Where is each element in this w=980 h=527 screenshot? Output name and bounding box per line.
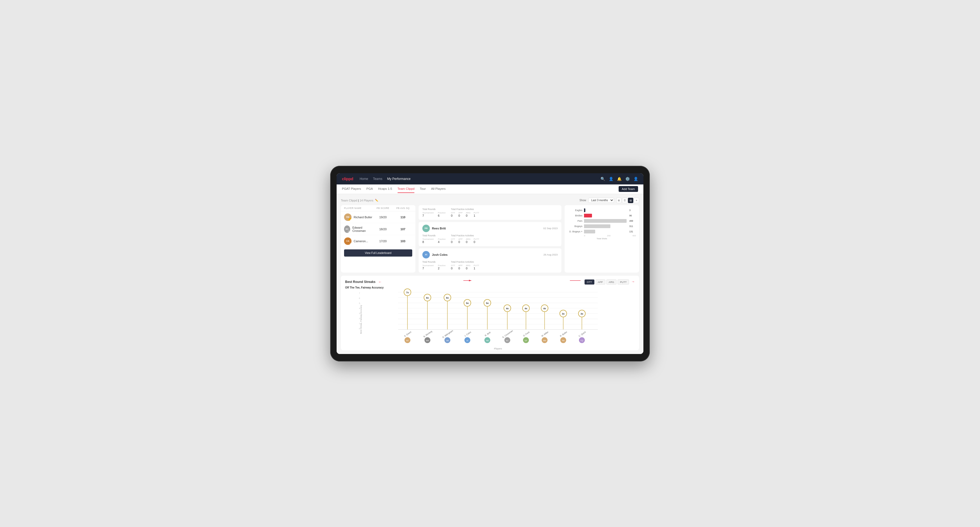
pb-avg-1: 110 bbox=[394, 216, 412, 219]
x-label-200: 200 bbox=[607, 235, 610, 237]
svg-text:3x: 3x bbox=[562, 313, 565, 315]
tab-tour[interactable]: Tour bbox=[420, 187, 426, 193]
view-full-leaderboard-button[interactable]: View Full Leaderboard bbox=[344, 249, 412, 257]
arg-stat: ARG 0 bbox=[466, 211, 470, 217]
svg-text:4x: 4x bbox=[525, 307, 527, 310]
player-avatar-3: CA 3 bbox=[344, 237, 352, 245]
svg-text:B. McHerg: B. McHerg bbox=[423, 330, 433, 338]
svg-text:DF: DF bbox=[525, 340, 527, 341]
svg-text:6x: 6x bbox=[446, 297, 449, 299]
practice-activities-label: Total Practice Activities bbox=[451, 208, 479, 211]
logo: clippd bbox=[342, 176, 353, 181]
streaks-svg-chart: 7x E. Ewert EE 6x B. McHerg BM bbox=[364, 292, 632, 346]
pb-avg-3: 103 bbox=[394, 240, 412, 243]
tab-pgat-players[interactable]: PGAT Players bbox=[342, 187, 361, 193]
arg-val: 0 bbox=[466, 214, 470, 217]
navbar-left: clippd Home Teams My Performance bbox=[342, 176, 410, 182]
streaks-subtitle: Off The Tee, Fairway Accuracy bbox=[345, 286, 635, 289]
tab-all-players[interactable]: All Players bbox=[431, 187, 445, 193]
putt-stat: PUTT 1 bbox=[474, 211, 479, 217]
y-ticks: 7 6 5 4 3 2 1 0 bbox=[359, 292, 360, 330]
svg-text:D. Billingham: D. Billingham bbox=[442, 329, 454, 338]
double-bogeys-bar bbox=[584, 230, 595, 233]
grid-view-button[interactable]: ⊞ bbox=[616, 198, 622, 203]
main-content: Team Clippd | 14 Players ✏️ Show Last 3 … bbox=[337, 194, 643, 354]
filter-arrow-icon: → bbox=[631, 279, 635, 284]
svg-text:4x: 4x bbox=[506, 307, 509, 310]
person-icon[interactable]: 👤 bbox=[609, 177, 613, 181]
player-name-1: Richard Butler bbox=[354, 216, 372, 219]
svg-text:EE: EE bbox=[406, 340, 409, 341]
svg-text:R. Britt: R. Britt bbox=[484, 331, 492, 337]
svg-text:Players: Players bbox=[494, 347, 502, 350]
filter-app-button[interactable]: APP bbox=[595, 279, 605, 284]
player-name-header: PLAYER NAME bbox=[344, 207, 372, 210]
bogeys-bar-track bbox=[584, 224, 627, 228]
nav-teams[interactable]: Teams bbox=[373, 176, 382, 182]
tab-pga[interactable]: PGA bbox=[366, 187, 373, 193]
tab-hcaps[interactable]: Hcaps 1-5 bbox=[378, 187, 392, 193]
leaderboard-row[interactable]: EC 2 Edward Crossman 18/20 107 bbox=[341, 223, 415, 235]
rb-rounds-block: Total Rounds Tournament 8 Practice 4 bbox=[422, 234, 445, 243]
streak-filters: OTT APP ARG PUTT → bbox=[584, 279, 635, 284]
chart-x-axis: 0 200 400 bbox=[568, 235, 636, 237]
bell-icon[interactable]: 🔔 bbox=[617, 177, 622, 181]
svg-text:R. Butler: R. Butler bbox=[560, 330, 568, 337]
streaks-chart-container: Best Streak, Fairway Accuracy 7 6 5 4 3 … bbox=[364, 292, 632, 346]
birdies-bar-track bbox=[584, 214, 627, 217]
rb-practice: Practice 4 bbox=[438, 238, 445, 243]
svg-text:5x: 5x bbox=[486, 302, 488, 305]
tournament-val: 7 bbox=[422, 214, 434, 217]
card-view-button[interactable]: ▤ bbox=[628, 198, 633, 203]
leaderboard-row[interactable]: RB 1 Richard Butler 19/20 110 bbox=[341, 211, 415, 223]
tournament-stat: Tournament 7 bbox=[422, 211, 434, 217]
josh-coles-name: Josh Coles bbox=[432, 253, 448, 256]
search-icon[interactable]: 🔍 bbox=[600, 177, 605, 181]
josh-coles-date: 26 Aug 2023 bbox=[544, 253, 558, 256]
app-stat: APP 0 bbox=[458, 211, 463, 217]
player-item: CA 3 Cameron... bbox=[344, 237, 372, 245]
double-bogeys-value: 131 bbox=[629, 230, 636, 233]
svg-text:D. Ford: D. Ford bbox=[523, 331, 530, 337]
player-name-2: Edward Crossman bbox=[352, 226, 372, 232]
content-grid: PLAYER NAME PB SCORE PB AVG SQ RB 1 Rich… bbox=[341, 205, 639, 273]
streaks-wrapper: Best Round Streaks ← OTT APP ARG PUTT → bbox=[341, 276, 639, 350]
settings-icon[interactable]: ⚙️ bbox=[625, 177, 630, 181]
streaks-header: Best Round Streaks ← OTT APP ARG PUTT → bbox=[345, 279, 635, 284]
filter-arg-button[interactable]: ARG bbox=[606, 279, 617, 284]
svg-text:DB: DB bbox=[446, 340, 449, 341]
svg-text:E. Ewert: E. Ewert bbox=[404, 330, 412, 337]
bogeys-label: Bogeys bbox=[568, 225, 582, 227]
list-view-button[interactable]: ☰ bbox=[622, 198, 627, 203]
ott-val: 0 bbox=[451, 214, 455, 217]
josh-coles-avatar: JC bbox=[422, 251, 430, 259]
avatar-icon[interactable]: 👤 bbox=[633, 177, 638, 181]
filter-putt-button[interactable]: PUTT bbox=[617, 279, 629, 284]
svg-text:3x: 3x bbox=[581, 313, 583, 315]
eagles-bar-track bbox=[584, 208, 627, 212]
nav-my-performance[interactable]: My Performance bbox=[387, 176, 410, 182]
add-team-button[interactable]: Add Team bbox=[619, 186, 638, 192]
rees-britt-avatar: RB bbox=[422, 225, 430, 232]
svg-text:MM: MM bbox=[543, 340, 546, 341]
bogeys-bar bbox=[584, 224, 610, 228]
pb-avg-2: 107 bbox=[394, 227, 412, 231]
bogeys-value: 311 bbox=[629, 225, 636, 227]
svg-text:J. Coles: J. Coles bbox=[464, 331, 472, 337]
show-select[interactable]: Last 3 months Last 6 months Last year bbox=[588, 198, 614, 203]
svg-text:JC: JC bbox=[466, 340, 469, 341]
svg-text:6x: 6x bbox=[426, 297, 429, 299]
edit-icon[interactable]: ✏️ bbox=[375, 199, 378, 202]
player-cards-area: Total Rounds Tournament 7 Practice 6 bbox=[418, 205, 562, 273]
filter-ott-button[interactable]: OTT bbox=[584, 279, 594, 284]
tab-team-clippd[interactable]: Team Clippd bbox=[398, 187, 415, 193]
rees-britt-date: 02 Sep 2023 bbox=[543, 227, 558, 230]
x-label-0: 0 bbox=[584, 235, 585, 237]
bar-row-pars: Pars 499 bbox=[568, 219, 636, 223]
pb-score-header: PB SCORE bbox=[372, 207, 394, 210]
rank-badge-1: 1 bbox=[348, 218, 352, 221]
table-view-button[interactable]: ≡ bbox=[634, 198, 639, 203]
nav-home[interactable]: Home bbox=[360, 176, 368, 182]
leaderboard-row[interactable]: CA 3 Cameron... 17/20 103 bbox=[341, 235, 415, 247]
nav-links: Home Teams My Performance bbox=[360, 176, 410, 182]
